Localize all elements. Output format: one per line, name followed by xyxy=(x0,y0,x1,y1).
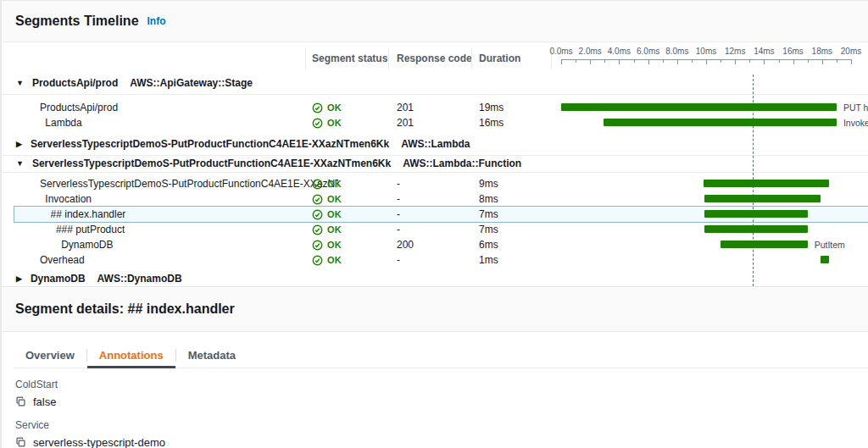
duration: 9ms xyxy=(479,176,498,191)
ok-status-icon xyxy=(312,118,323,129)
response-code: - xyxy=(397,222,400,237)
annotation-field-value: false xyxy=(33,395,56,408)
timeline-axis: 0.0ms2.0ms4.0ms6.0ms8.0ms10ms12ms14ms16m… xyxy=(2,42,868,73)
axis-tick-label: 20ms xyxy=(841,47,861,56)
segment-name: Invocation xyxy=(45,191,92,207)
segment-status-text: OK xyxy=(327,100,342,115)
duration: 7ms xyxy=(479,207,498,222)
tab-metadata[interactable]: Metadata xyxy=(176,343,248,368)
group-name: ServerlessTypescriptDemoS-PutProductFunc… xyxy=(32,158,391,169)
axis-tick-label: 14ms xyxy=(754,47,774,56)
group-name: DynamoDB xyxy=(31,273,86,285)
ok-status-icon xyxy=(312,224,323,235)
segment-row[interactable]: InvocationOK-8ms xyxy=(2,191,868,207)
annotations-content: ColdStartfalseServiceserverless-typescri… xyxy=(2,368,868,448)
axis-minor-tick xyxy=(837,59,837,63)
segment-status: OK xyxy=(312,252,342,268)
segment-name: ServerlessTypescriptDemoS-PutProductFunc… xyxy=(40,176,338,191)
annotation-field-value-row: false xyxy=(15,395,868,408)
copy-icon[interactable] xyxy=(15,437,26,448)
axis-tick-label: 8.0ms xyxy=(665,47,688,56)
ok-status-icon xyxy=(312,209,323,220)
annotation-field: ColdStartfalse xyxy=(15,379,868,408)
segment-status-text: OK xyxy=(327,237,342,252)
segment-row[interactable]: ### putProductOK-7ms xyxy=(2,222,868,237)
group-resource-type: AWS::ApiGateway::Stage xyxy=(130,77,253,89)
table-header: Segment status Response code Duration 0.… xyxy=(2,42,868,73)
response-code: - xyxy=(397,176,400,191)
segment-status-text: OK xyxy=(327,252,342,268)
ok-status-icon xyxy=(312,102,323,113)
segment-row[interactable]: ProductsApi/prodOK20119msPUT http xyxy=(2,100,868,115)
axis-minor-tick xyxy=(808,59,809,63)
segment-status: OK xyxy=(312,207,342,222)
segment-timeline-bar[interactable] xyxy=(821,256,829,263)
panel-header: Segments Timeline Info xyxy=(2,1,868,42)
segment-status-text: OK xyxy=(327,176,342,191)
axis-minor-tick xyxy=(692,59,693,63)
segment-timeline-bar[interactable] xyxy=(561,103,837,111)
segment-timeline-bar[interactable] xyxy=(704,210,807,218)
segment-timeline-bar[interactable] xyxy=(704,195,821,202)
segment-timeline-bar[interactable] xyxy=(721,241,808,248)
tab-overview[interactable]: Overview xyxy=(25,343,86,368)
ok-status-icon xyxy=(312,255,323,266)
segment-row-selected[interactable]: ## index.handlerOK-7ms xyxy=(2,207,868,222)
segment-details-title: Segment details: ## index.handler xyxy=(15,301,235,317)
segment-status: OK xyxy=(312,176,342,191)
axis-major-tick xyxy=(677,59,678,64)
axis-tick-label: 4.0ms xyxy=(608,47,631,56)
bar-annotation-label: PUT http xyxy=(843,100,868,115)
info-link[interactable]: Info xyxy=(147,15,166,27)
segment-row[interactable]: DynamoDBOK2006msPutItem xyxy=(2,237,868,252)
caret-down-icon: ▼ xyxy=(16,79,24,87)
axis-major-tick xyxy=(822,59,823,64)
segment-timeline-bar[interactable] xyxy=(604,119,837,126)
segment-status: OK xyxy=(312,191,342,207)
bar-annotation-label: Invoke: S xyxy=(843,115,868,130)
duration: 16ms xyxy=(479,115,504,130)
segment-name: Lambda xyxy=(45,115,81,130)
copy-icon[interactable] xyxy=(15,396,26,407)
caret-right-icon: ▶ xyxy=(16,140,22,148)
group-header-collapsed[interactable]: ▶ServerlessTypescriptDemoS-PutProductFun… xyxy=(2,130,868,156)
response-code: - xyxy=(397,207,400,222)
segment-row[interactable]: LambdaOK20116msInvoke: S xyxy=(2,115,868,130)
segment-row[interactable]: OverheadOK-1ms xyxy=(2,252,868,268)
group-name: ServerlessTypescriptDemoS-PutProductFunc… xyxy=(31,138,389,150)
segments-timeline-panel: Segments Timeline Info Segment status Re… xyxy=(0,0,868,448)
axis-tick-label: 18ms xyxy=(812,47,832,56)
segment-timeline-bar[interactable] xyxy=(704,225,807,233)
segment-timeline-bar[interactable] xyxy=(704,180,830,187)
axis-major-tick xyxy=(764,59,765,64)
segment-status-text: OK xyxy=(327,115,342,130)
group-header-collapsed[interactable]: ▶DynamoDBAWS::DynamoDB xyxy=(2,268,868,286)
group-header-expanded[interactable]: ▼ProductsApi/prodAWS::ApiGateway::Stage xyxy=(2,73,868,95)
tab-annotations[interactable]: Annotations xyxy=(87,343,175,368)
caret-right-icon: ▶ xyxy=(16,274,22,283)
segment-name: Overhead xyxy=(40,252,85,268)
ok-status-icon xyxy=(312,194,323,205)
group-header-expanded[interactable]: ▼ServerlessTypescriptDemoS-PutProductFun… xyxy=(2,156,868,173)
axis-tick-label: 2.0ms xyxy=(579,47,602,56)
bar-annotation-label: PutItem xyxy=(815,237,845,252)
segment-status: OK xyxy=(312,222,342,237)
axis-tick-label: 6.0ms xyxy=(637,47,659,56)
axis-tick-label: 0.0ms xyxy=(549,47,572,56)
segment-status-text: OK xyxy=(327,207,342,222)
group-rows: ServerlessTypescriptDemoS-PutProductFunc… xyxy=(2,176,868,268)
group-rows: ProductsApi/prodOK20119msPUT httpLambdaO… xyxy=(2,100,868,130)
duration: 7ms xyxy=(479,222,498,237)
duration: 1ms xyxy=(479,252,498,268)
group-name: ProductsApi/prod xyxy=(32,77,118,89)
ok-status-icon xyxy=(312,240,323,251)
axis-major-tick xyxy=(793,59,794,64)
segment-name: ## index.handler xyxy=(51,207,126,222)
group-resource-type: AWS::Lambda xyxy=(401,138,470,150)
axis-minor-tick xyxy=(779,59,780,63)
annotation-field-label: Service xyxy=(15,419,868,431)
axis-tick-label: 10ms xyxy=(696,47,716,56)
annotation-field-label: ColdStart xyxy=(15,379,868,390)
segment-status: OK xyxy=(312,115,342,130)
segment-row[interactable]: ServerlessTypescriptDemoS-PutProductFunc… xyxy=(2,176,868,191)
